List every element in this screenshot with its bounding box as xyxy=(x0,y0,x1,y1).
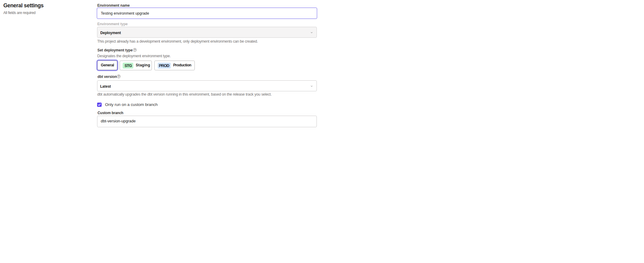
svg-text:?: ? xyxy=(118,75,120,78)
svg-text:?: ? xyxy=(134,48,136,51)
